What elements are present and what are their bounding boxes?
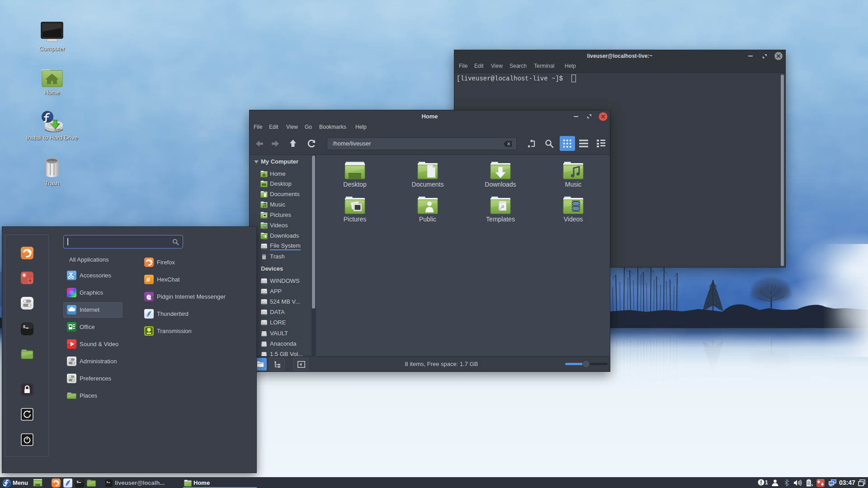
svg-text:#: #: [146, 276, 151, 283]
svg-text:$: $: [77, 480, 79, 484]
svg-text:$: $: [23, 325, 26, 329]
svg-text:a: a: [501, 202, 504, 209]
